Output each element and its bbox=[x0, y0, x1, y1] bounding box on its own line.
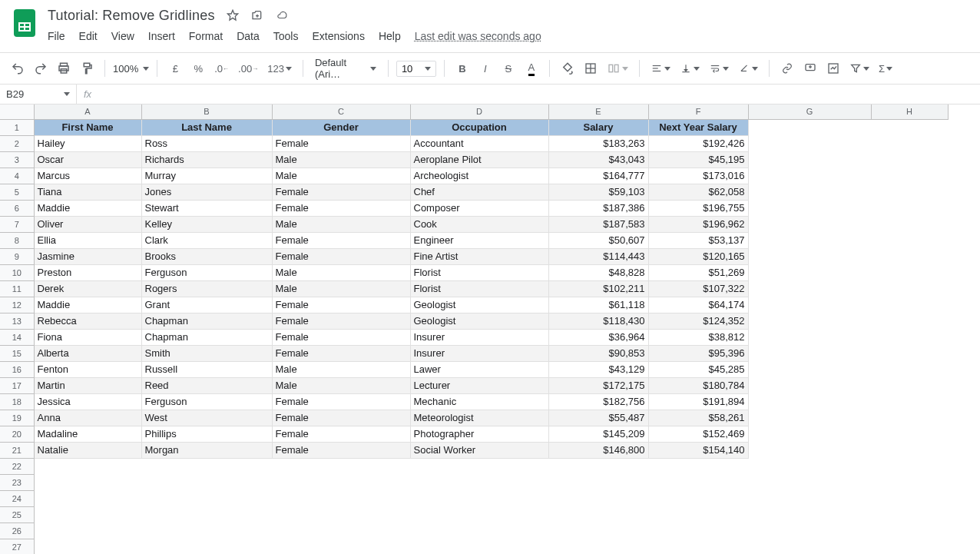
menu-help[interactable]: Help bbox=[379, 30, 401, 42]
cell[interactable]: Chef bbox=[410, 184, 548, 200]
cell[interactable] bbox=[748, 184, 871, 200]
cell[interactable]: First Name bbox=[34, 119, 141, 135]
row-header[interactable]: 27 bbox=[0, 539, 34, 554]
cell[interactable] bbox=[871, 119, 948, 135]
cell[interactable]: Oliver bbox=[34, 216, 141, 232]
cell[interactable] bbox=[548, 539, 648, 554]
cell[interactable] bbox=[34, 458, 141, 474]
cell[interactable] bbox=[748, 297, 871, 313]
cell[interactable] bbox=[748, 410, 871, 426]
cell[interactable] bbox=[871, 313, 948, 329]
redo-button[interactable] bbox=[31, 58, 51, 78]
cell[interactable] bbox=[748, 345, 871, 361]
cell[interactable] bbox=[410, 539, 548, 554]
cell[interactable] bbox=[871, 522, 948, 539]
cell[interactable] bbox=[871, 184, 948, 200]
cell[interactable]: Accountant bbox=[410, 135, 548, 151]
menu-insert[interactable]: Insert bbox=[148, 30, 175, 42]
cell[interactable] bbox=[748, 474, 871, 490]
cell[interactable] bbox=[272, 490, 410, 506]
spreadsheet-grid[interactable]: A B C D E F G H 1First NameLast NameGend… bbox=[0, 104, 980, 554]
undo-button[interactable] bbox=[8, 58, 28, 78]
cell[interactable] bbox=[871, 410, 948, 426]
cell[interactable]: Rebecca bbox=[34, 313, 141, 329]
cell[interactable] bbox=[141, 539, 272, 554]
print-button[interactable] bbox=[54, 58, 74, 78]
cell[interactable]: Insurer bbox=[410, 329, 548, 345]
cell[interactable]: Brooks bbox=[141, 248, 272, 264]
cell[interactable]: Anna bbox=[34, 410, 141, 426]
cell[interactable] bbox=[871, 361, 948, 377]
merge-button[interactable] bbox=[604, 58, 631, 78]
bold-button[interactable]: B bbox=[452, 58, 472, 78]
cell[interactable]: Female bbox=[272, 410, 410, 426]
cell[interactable]: $196,755 bbox=[648, 200, 748, 216]
select-all-corner[interactable] bbox=[0, 104, 34, 119]
more-formats-button[interactable]: 123 bbox=[264, 58, 295, 78]
cell[interactable]: Male bbox=[272, 377, 410, 393]
cell[interactable]: $43,129 bbox=[548, 361, 648, 377]
cell[interactable]: Kelley bbox=[141, 216, 272, 232]
cell[interactable]: $192,426 bbox=[648, 135, 748, 151]
cell[interactable] bbox=[748, 393, 871, 410]
cell[interactable] bbox=[871, 426, 948, 442]
cell[interactable]: West bbox=[141, 410, 272, 426]
cell[interactable] bbox=[648, 539, 748, 554]
paint-format-button[interactable] bbox=[77, 58, 97, 78]
cell[interactable] bbox=[748, 506, 871, 522]
cell[interactable] bbox=[748, 216, 871, 232]
cell[interactable]: Hailey bbox=[34, 135, 141, 151]
cell[interactable]: Stewart bbox=[141, 200, 272, 216]
cell[interactable]: Reed bbox=[141, 377, 272, 393]
cell[interactable] bbox=[871, 135, 948, 151]
cell[interactable]: Florist bbox=[410, 280, 548, 297]
cell[interactable]: Fine Artist bbox=[410, 248, 548, 264]
cell[interactable]: Geologist bbox=[410, 313, 548, 329]
cell[interactable] bbox=[272, 539, 410, 554]
cell[interactable] bbox=[871, 329, 948, 345]
cell[interactable] bbox=[748, 200, 871, 216]
cell[interactable]: Derek bbox=[34, 280, 141, 297]
functions-button[interactable]: Σ bbox=[876, 58, 896, 78]
cell[interactable]: $154,140 bbox=[648, 442, 748, 458]
row-header[interactable]: 12 bbox=[0, 297, 34, 313]
row-header[interactable]: 26 bbox=[0, 522, 34, 539]
v-align-button[interactable] bbox=[677, 58, 703, 78]
cell[interactable] bbox=[748, 135, 871, 151]
col-header[interactable]: E bbox=[548, 104, 648, 119]
cell[interactable]: Engineer bbox=[410, 232, 548, 248]
name-box[interactable]: B29 bbox=[0, 85, 77, 104]
cell[interactable] bbox=[141, 490, 272, 506]
cell[interactable]: $36,964 bbox=[548, 329, 648, 345]
row-header[interactable]: 9 bbox=[0, 248, 34, 264]
cell[interactable]: $196,962 bbox=[648, 216, 748, 232]
row-header[interactable]: 24 bbox=[0, 490, 34, 506]
row-header[interactable]: 6 bbox=[0, 200, 34, 216]
cell[interactable] bbox=[410, 506, 548, 522]
cell[interactable]: $114,443 bbox=[548, 248, 648, 264]
cell[interactable] bbox=[748, 458, 871, 474]
row-header[interactable]: 23 bbox=[0, 474, 34, 490]
cell[interactable] bbox=[748, 313, 871, 329]
col-header[interactable]: D bbox=[410, 104, 548, 119]
cell[interactable] bbox=[648, 522, 748, 539]
cell[interactable] bbox=[548, 458, 648, 474]
cell[interactable]: $50,607 bbox=[548, 232, 648, 248]
cell[interactable]: $120,165 bbox=[648, 248, 748, 264]
cell[interactable]: Male bbox=[272, 216, 410, 232]
cell[interactable] bbox=[548, 474, 648, 490]
row-header[interactable]: 25 bbox=[0, 506, 34, 522]
percent-button[interactable]: % bbox=[188, 58, 208, 78]
cell[interactable]: Natalie bbox=[34, 442, 141, 458]
cell[interactable] bbox=[141, 458, 272, 474]
doc-title[interactable]: Tutorial: Remove Gridlines bbox=[48, 8, 215, 24]
cell[interactable] bbox=[871, 393, 948, 410]
italic-button[interactable]: I bbox=[475, 58, 495, 78]
cell[interactable]: $64,174 bbox=[648, 297, 748, 313]
cell[interactable]: Lawer bbox=[410, 361, 548, 377]
row-header[interactable]: 19 bbox=[0, 410, 34, 426]
cell[interactable]: Male bbox=[272, 264, 410, 280]
cell[interactable]: $95,396 bbox=[648, 345, 748, 361]
filter-button[interactable] bbox=[846, 58, 872, 78]
cell[interactable]: Female bbox=[272, 313, 410, 329]
